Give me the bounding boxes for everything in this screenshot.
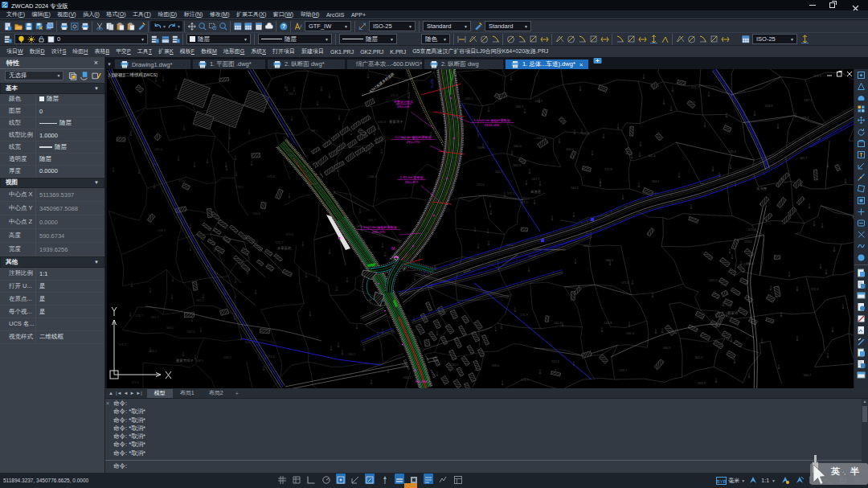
svg-text:574.0: 574.0 <box>744 240 752 244</box>
svg-text:564.9: 564.9 <box>513 164 521 167</box>
svg-text:571.8: 571.8 <box>604 168 612 171</box>
svg-text:568.5: 568.5 <box>583 244 592 248</box>
svg-text:575.0: 575.0 <box>286 233 294 236</box>
svg-text:569.1: 569.1 <box>620 369 628 372</box>
svg-text:569.1: 569.1 <box>801 117 809 120</box>
svg-text:-572.7: -572.7 <box>690 86 699 89</box>
svg-text:575.0: 575.0 <box>131 381 139 384</box>
svg-text:ZK0+877: ZK0+877 <box>405 180 419 184</box>
svg-text:-560.1: -560.1 <box>347 353 356 356</box>
svg-text:561.0: 561.0 <box>155 148 163 151</box>
svg-text:566.9: 566.9 <box>605 259 613 262</box>
svg-text:-562.0: -562.0 <box>625 332 634 335</box>
svg-text:1-3.0x2.6m 钢筋砼盖板涵: 1-3.0x2.6m 钢筋砼盖板涵 <box>360 225 396 229</box>
svg-text:1-Φ1.0m 圆管涵: 1-Φ1.0m 圆管涵 <box>400 175 424 179</box>
svg-text:-568.0: -568.0 <box>490 364 499 367</box>
svg-text:-561.3: -561.3 <box>494 170 503 174</box>
svg-text:ZK34+456: ZK34+456 <box>485 123 500 127</box>
svg-text:?: ? <box>282 23 286 30</box>
svg-text:[-][俯视][二维线框][WCS]: [-][俯视][二维线框][WCS] <box>108 72 158 78</box>
svg-text:-568.9: -568.9 <box>157 229 166 232</box>
svg-text:-566.0: -566.0 <box>565 148 574 151</box>
svg-text:563.0: 563.0 <box>477 146 485 150</box>
svg-text:563.0: 563.0 <box>252 212 260 215</box>
svg-text:571.1: 571.1 <box>507 192 515 195</box>
svg-text:1-1.0x1.0m 钢筋砼盖板涵: 1-1.0x1.0m 钢筋砼盖板涵 <box>473 118 510 122</box>
svg-text:-563.1: -563.1 <box>148 350 157 353</box>
svg-text:560.5: 560.5 <box>451 363 459 367</box>
svg-text:蔡家大院子: 蔡家大院子 <box>176 359 194 363</box>
svg-text:571.3: 571.3 <box>621 281 629 285</box>
svg-text:老屋基: 老屋基 <box>530 190 542 194</box>
svg-text:黄家湾子: 黄家湾子 <box>389 120 403 125</box>
svg-text:570.0: 570.0 <box>178 179 186 182</box>
svg-text:570.0: 570.0 <box>728 150 736 154</box>
svg-text:-567.2: -567.2 <box>521 197 530 200</box>
svg-text:蔡家湾: 蔡家湾 <box>727 311 739 316</box>
svg-text:565.2: 565.2 <box>465 97 473 100</box>
svg-text:-574.6: -574.6 <box>476 183 485 187</box>
svg-text:561.4: 561.4 <box>648 154 656 158</box>
svg-text:ZK0+770: ZK0+770 <box>407 140 420 144</box>
svg-text:-575.4: -575.4 <box>747 228 756 232</box>
svg-text:BYB: BYB <box>717 478 727 483</box>
svg-text:-564.1: -564.1 <box>403 376 411 379</box>
svg-text:余家新村: 余家新村 <box>277 246 292 251</box>
svg-text:572.3: 572.3 <box>811 288 819 291</box>
svg-text:ZK0+0处: ZK0+0处 <box>397 105 410 109</box>
svg-text:-571.9: -571.9 <box>519 314 528 317</box>
svg-text:M: M <box>391 246 395 251</box>
svg-text:-562.6: -562.6 <box>513 145 522 148</box>
svg-text:-568.5: -568.5 <box>194 359 203 363</box>
svg-text:-568.1: -568.1 <box>651 180 660 183</box>
svg-text:564.3: 564.3 <box>516 105 524 109</box>
svg-text:568.1: 568.1 <box>310 129 318 133</box>
svg-text:-561.6: -561.6 <box>553 322 562 325</box>
svg-text:560.2: 560.2 <box>804 374 812 377</box>
svg-text:ZK0+975: ZK0+975 <box>372 230 386 234</box>
svg-text:570.9: 570.9 <box>814 75 822 78</box>
svg-text:574.3: 574.3 <box>267 355 275 359</box>
svg-text:561.7: 561.7 <box>800 157 808 160</box>
svg-text:-567.1: -567.1 <box>804 99 813 102</box>
svg-text:-563.8: -563.8 <box>604 322 612 325</box>
svg-text:-569.9: -569.9 <box>534 100 542 103</box>
svg-text:-561.1: -561.1 <box>288 92 297 96</box>
svg-text:572.3: 572.3 <box>551 360 559 363</box>
svg-text:565.3: 565.3 <box>187 330 195 334</box>
svg-text:-569.2: -569.2 <box>223 356 231 359</box>
svg-text:-574.7: -574.7 <box>134 314 143 318</box>
svg-text:1-2.0x2.0m 钢筋砼盖板涵: 1-2.0x2.0m 钢筋砼盖板涵 <box>395 135 431 139</box>
svg-text:-571.7: -571.7 <box>275 241 284 244</box>
svg-text:570.9: 570.9 <box>235 186 244 189</box>
svg-text:-573.9: -573.9 <box>764 105 773 108</box>
svg-text:568.4: 568.4 <box>369 175 377 178</box>
svg-text:562.7: 562.7 <box>368 219 376 222</box>
svg-text:-565.8: -565.8 <box>377 121 386 124</box>
svg-text:-567.7: -567.7 <box>531 178 540 181</box>
svg-text:560.1: 560.1 <box>245 341 253 344</box>
svg-text:-575.6: -575.6 <box>266 175 275 178</box>
svg-text:-561.2: -561.2 <box>535 137 544 140</box>
svg-text:X=150: X=150 <box>430 78 434 88</box>
svg-text:吴兴围: 吴兴围 <box>756 187 767 191</box>
svg-text:-561.0: -561.0 <box>709 279 718 282</box>
svg-text:567.2: 567.2 <box>571 187 579 190</box>
svg-text:575.3: 575.3 <box>582 133 590 136</box>
svg-text:561.3: 561.3 <box>695 356 703 359</box>
svg-text:-560.3: -560.3 <box>662 347 671 350</box>
svg-text:561.7: 561.7 <box>151 316 159 319</box>
svg-text:K0+980: K0+980 <box>416 379 428 383</box>
svg-text:564.0: 564.0 <box>166 326 174 330</box>
svg-text:565.5: 565.5 <box>196 299 204 302</box>
svg-text:572.7: 572.7 <box>119 343 127 347</box>
svg-text:571.9: 571.9 <box>391 94 399 97</box>
svg-text:-564.3: -564.3 <box>697 382 706 385</box>
svg-text:-573.9: -573.9 <box>520 379 529 382</box>
